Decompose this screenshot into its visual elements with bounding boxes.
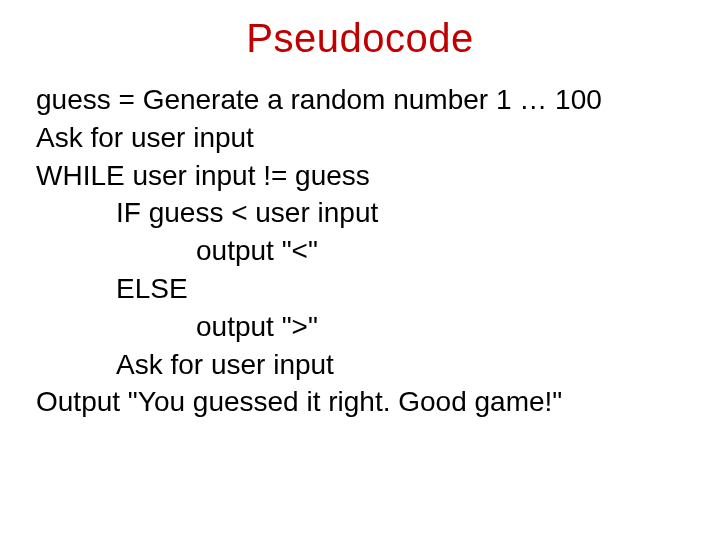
code-line: output ">" bbox=[36, 308, 684, 346]
code-line: Output "You guessed it right. Good game!… bbox=[36, 383, 684, 421]
code-line: guess = Generate a random number 1 … 100 bbox=[36, 81, 684, 119]
code-line: output "<" bbox=[36, 232, 684, 270]
code-line: Ask for user input bbox=[36, 346, 684, 384]
slide: Pseudocode guess = Generate a random num… bbox=[0, 0, 720, 540]
pseudocode-block: guess = Generate a random number 1 … 100… bbox=[36, 81, 684, 421]
code-line: ELSE bbox=[36, 270, 684, 308]
code-line: Ask for user input bbox=[36, 119, 684, 157]
slide-title: Pseudocode bbox=[36, 16, 684, 61]
code-line: IF guess < user input bbox=[36, 194, 684, 232]
code-line: WHILE user input != guess bbox=[36, 157, 684, 195]
